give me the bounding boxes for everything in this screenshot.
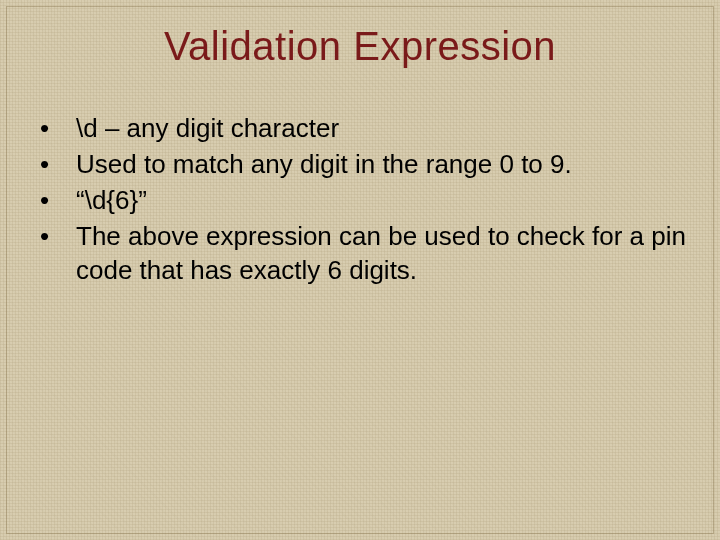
bullet-icon: •	[34, 111, 76, 145]
list-item: • \d – any digit character	[34, 111, 692, 145]
bullet-icon: •	[34, 219, 76, 253]
bullet-text: The above expression can be used to chec…	[76, 219, 692, 287]
list-item: • Used to match any digit in the range 0…	[34, 147, 692, 181]
bullet-icon: •	[34, 147, 76, 181]
bullet-icon: •	[34, 183, 76, 217]
list-item: • The above expression can be used to ch…	[34, 219, 692, 287]
list-item: • “\d{6}”	[34, 183, 692, 217]
bullet-list: • \d – any digit character • Used to mat…	[0, 111, 720, 287]
bullet-text: Used to match any digit in the range 0 t…	[76, 147, 572, 181]
slide-title: Validation Expression	[0, 24, 720, 69]
bullet-text: “\d{6}”	[76, 183, 147, 217]
bullet-text: \d – any digit character	[76, 111, 339, 145]
